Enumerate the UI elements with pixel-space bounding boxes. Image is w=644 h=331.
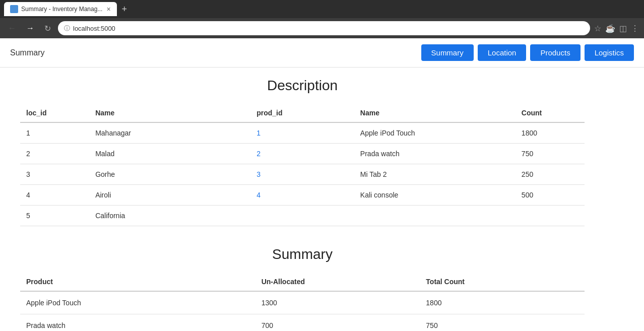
cell-total: 1800 xyxy=(420,291,585,314)
app-logo: Summary xyxy=(10,48,44,57)
main-content: Description loc_id Name prod_id Name Cou… xyxy=(0,68,605,331)
cell-loc-id: 3 xyxy=(20,164,89,185)
col-header-unallocated: Un-Allocated xyxy=(255,273,420,291)
description-table: loc_id Name prod_id Name Count 1 Mahanag… xyxy=(20,104,585,226)
tab-bar: Summary - Inventory Manag... × + xyxy=(0,0,644,18)
nav-products-button[interactable]: Products xyxy=(530,44,580,61)
active-tab[interactable]: Summary - Inventory Manag... × xyxy=(4,2,117,16)
cell-count: 250 xyxy=(516,164,585,185)
app-header: Summary Summary Location Products Logist… xyxy=(0,38,644,68)
col-header-loc-id: loc_id xyxy=(20,104,89,122)
cell-prod-id[interactable]: 1 xyxy=(250,122,354,144)
cell-prod-name: Apple iPod Touch xyxy=(354,122,516,144)
reload-button[interactable]: ↻ xyxy=(41,23,54,34)
table-row: 3 Gorhe 3 Mi Tab 2 250 xyxy=(20,164,585,185)
nav-buttons: Summary Location Products Logistics xyxy=(421,44,634,61)
cell-prod-name: Mi Tab 2 xyxy=(354,164,516,185)
cell-count: 750 xyxy=(516,144,585,164)
cell-prod-id[interactable]: 3 xyxy=(250,164,354,185)
cell-count: 500 xyxy=(516,185,585,206)
cell-loc-name: California xyxy=(89,206,250,226)
cell-total: 750 xyxy=(420,314,585,332)
description-table-header: loc_id Name prod_id Name Count xyxy=(20,104,585,122)
cell-loc-id: 4 xyxy=(20,185,89,206)
url-bar[interactable]: ⓘ localhost:5000 xyxy=(58,21,590,35)
back-button[interactable]: ← xyxy=(5,23,19,34)
cell-prod-name xyxy=(354,206,516,226)
cell-product: Prada watch xyxy=(20,314,255,332)
col-header-prod-name: Name xyxy=(354,104,516,122)
forward-button[interactable]: → xyxy=(23,23,37,34)
cell-unallocated: 700 xyxy=(255,314,420,332)
cell-prod-name: Prada watch xyxy=(354,144,516,164)
table-row: 2 Malad 2 Prada watch 750 xyxy=(20,144,585,164)
col-header-total: Total Count xyxy=(420,273,585,291)
cell-prod-name: Kali console xyxy=(354,185,516,206)
summary-section: Summary Product Un-Allocated Total Count… xyxy=(20,246,585,331)
cell-prod-id[interactable]: 4 xyxy=(250,185,354,206)
browser-chrome: Summary - Inventory Manag... × + ← → ↻ ⓘ… xyxy=(0,0,644,38)
col-header-loc-name: Name xyxy=(89,104,250,122)
description-title: Description xyxy=(20,78,585,94)
cell-loc-id: 1 xyxy=(20,122,89,144)
cell-prod-id xyxy=(250,206,354,226)
address-bar: ← → ↻ ⓘ localhost:5000 ☆ ☕ ◫ ⋮ xyxy=(0,18,644,38)
cell-loc-name: Malad xyxy=(89,144,250,164)
cell-count: 1800 xyxy=(516,122,585,144)
table-row: 4 Airoli 4 Kali console 500 xyxy=(20,185,585,206)
cell-loc-id: 5 xyxy=(20,206,89,226)
menu-icon[interactable]: ⋮ xyxy=(631,24,639,33)
cell-count xyxy=(516,206,585,226)
summary-title: Summary xyxy=(20,246,585,262)
cell-loc-name: Gorhe xyxy=(89,164,250,185)
tab-title: Summary - Inventory Manag... xyxy=(21,6,102,13)
table-row: 5 California xyxy=(20,206,585,226)
table-row: 1 Mahanagar 1 Apple iPod Touch 1800 xyxy=(20,122,585,144)
cell-loc-name: Mahanagar xyxy=(89,122,250,144)
cell-loc-id: 2 xyxy=(20,144,89,164)
nav-logistics-button[interactable]: Logistics xyxy=(585,44,634,61)
browser-actions: ☆ ☕ ◫ ⋮ xyxy=(594,24,639,33)
nav-summary-button[interactable]: Summary xyxy=(421,44,474,61)
profile-icon[interactable]: ☕ xyxy=(605,24,615,33)
extensions-icon[interactable]: ◫ xyxy=(619,24,627,33)
table-row: Prada watch 700 750 xyxy=(20,314,585,332)
tab-favicon xyxy=(10,5,18,13)
summary-table-header: Product Un-Allocated Total Count xyxy=(20,273,585,291)
table-row: Apple iPod Touch 1300 1800 xyxy=(20,291,585,314)
bookmark-icon[interactable]: ☆ xyxy=(594,24,601,33)
new-tab-button[interactable]: + xyxy=(119,4,131,15)
summary-table: Product Un-Allocated Total Count Apple i… xyxy=(20,273,585,331)
tab-close-button[interactable]: × xyxy=(106,5,110,13)
cell-product: Apple iPod Touch xyxy=(20,291,255,314)
page-wrapper: Summary Summary Location Products Logist… xyxy=(0,38,644,331)
cell-loc-name: Airoli xyxy=(89,185,250,206)
col-header-prod-id: prod_id xyxy=(250,104,354,122)
url-text: localhost:5000 xyxy=(73,25,115,32)
nav-location-button[interactable]: Location xyxy=(478,44,527,61)
col-header-count: Count xyxy=(516,104,585,122)
cell-prod-id[interactable]: 2 xyxy=(250,144,354,164)
cell-unallocated: 1300 xyxy=(255,291,420,314)
col-header-product: Product xyxy=(20,273,255,291)
lock-icon: ⓘ xyxy=(64,24,70,33)
